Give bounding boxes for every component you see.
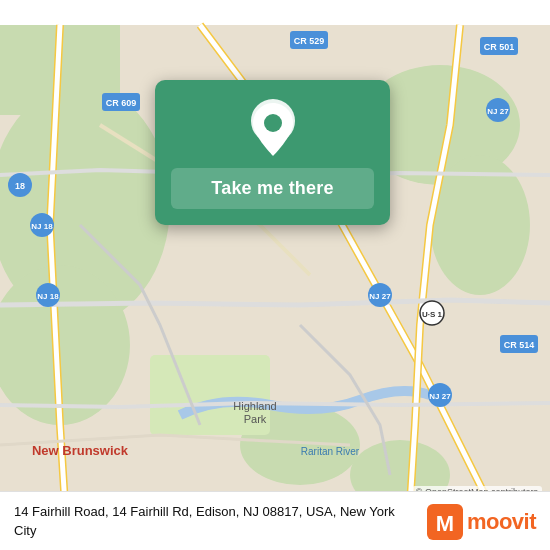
svg-text:CR 609: CR 609 xyxy=(106,98,137,108)
moovit-m-icon: M xyxy=(427,504,463,540)
bottom-bar: 14 Fairhill Road, 14 Fairhill Rd, Edison… xyxy=(0,491,550,550)
moovit-logo: M moovit xyxy=(427,504,536,540)
svg-text:NJ 27: NJ 27 xyxy=(369,292,391,301)
svg-text:NJ 27: NJ 27 xyxy=(487,107,509,116)
svg-text:New Brunswick: New Brunswick xyxy=(32,443,129,458)
svg-text:CR 501: CR 501 xyxy=(484,42,515,52)
svg-text:NJ 18: NJ 18 xyxy=(37,292,59,301)
svg-text:NJ 27: NJ 27 xyxy=(429,392,451,401)
svg-text:Park: Park xyxy=(244,413,267,425)
svg-text:M: M xyxy=(436,511,454,536)
address-text: 14 Fairhill Road, 14 Fairhill Rd, Edison… xyxy=(14,504,395,538)
svg-text:Highland: Highland xyxy=(233,400,276,412)
map-container: CR 501 CR 529 NJ 27 NJ 27 NJ 18 NJ 18 CR… xyxy=(0,0,550,550)
svg-text:Raritan River: Raritan River xyxy=(301,446,360,457)
svg-text:CR 514: CR 514 xyxy=(504,340,535,350)
svg-text:U·S 1: U·S 1 xyxy=(422,310,443,319)
moovit-brand-text: moovit xyxy=(467,509,536,535)
take-me-there-button[interactable]: Take me there xyxy=(171,168,374,209)
svg-text:NJ 18: NJ 18 xyxy=(31,222,53,231)
map-pin-icon xyxy=(248,98,298,158)
svg-point-36 xyxy=(264,114,282,132)
location-card: Take me there xyxy=(155,80,390,225)
svg-text:18: 18 xyxy=(15,181,25,191)
svg-text:CR 529: CR 529 xyxy=(294,36,325,46)
address-block: 14 Fairhill Road, 14 Fairhill Rd, Edison… xyxy=(14,502,417,540)
